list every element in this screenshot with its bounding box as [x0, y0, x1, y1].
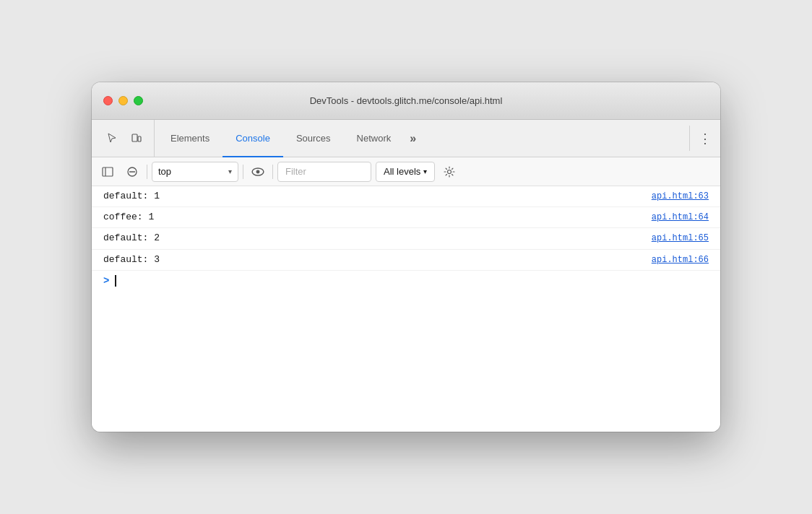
console-prompt[interactable]: >: [92, 271, 720, 291]
svg-point-8: [448, 170, 452, 173]
tab-sources[interactable]: Sources: [283, 120, 344, 157]
devtools-window: DevTools - devtools.glitch.me/console/ap…: [92, 82, 720, 432]
svg-rect-2: [103, 167, 113, 176]
prompt-chevron: >: [103, 275, 109, 287]
sidebar-toggle-button[interactable]: [98, 162, 118, 182]
gear-icon: [444, 166, 455, 178]
clear-icon: [126, 166, 138, 178]
close-button[interactable]: [103, 96, 113, 105]
window-controls: [103, 96, 143, 105]
sidebar-icon: [102, 166, 113, 178]
filter-input[interactable]: Filter: [277, 162, 371, 182]
titlebar: DevTools - devtools.glitch.me/console/ap…: [92, 82, 720, 120]
more-tabs-button[interactable]: »: [404, 120, 422, 157]
tab-elements[interactable]: Elements: [157, 120, 223, 157]
console-line: default: 2 api.html:65: [92, 228, 720, 249]
context-selector[interactable]: top ▾: [152, 162, 238, 182]
chevron-down-icon: ▾: [423, 167, 427, 175]
separator-3: [272, 165, 273, 179]
inspect-element-button[interactable]: [100, 127, 124, 150]
console-line: default: 3 api.html:66: [92, 250, 720, 271]
svg-point-7: [256, 170, 260, 173]
eye-icon: [251, 165, 264, 178]
log-levels-button[interactable]: All levels ▾: [376, 162, 435, 182]
clear-console-button[interactable]: [122, 162, 142, 182]
devtools-toolbar: Elements Console Sources Network » ⋮: [92, 120, 720, 157]
console-output: default: 1 api.html:63 coffee: 1 api.htm…: [92, 186, 720, 432]
cursor-icon: [106, 133, 118, 144]
svg-rect-0: [132, 134, 137, 141]
toolbar-separator: [689, 126, 690, 151]
live-expressions-button[interactable]: [248, 162, 268, 182]
maximize-button[interactable]: [134, 96, 143, 105]
toolbar-icons: [95, 120, 155, 157]
kebab-menu-button[interactable]: ⋮: [693, 120, 717, 157]
separator-2: [243, 165, 243, 179]
tab-network[interactable]: Network: [344, 120, 405, 157]
minimize-button[interactable]: [118, 96, 128, 105]
tab-list: Elements Console Sources Network »: [157, 120, 686, 157]
cursor: [115, 275, 116, 287]
separator-1: [147, 165, 147, 179]
window-title: DevTools - devtools.glitch.me/console/ap…: [310, 95, 503, 106]
console-line: default: 1 api.html:63: [92, 186, 720, 207]
chevron-down-icon: ▾: [228, 167, 232, 175]
device-icon: [131, 133, 142, 144]
console-settings-button[interactable]: [439, 162, 459, 182]
device-toolbar-button[interactable]: [125, 127, 148, 150]
console-toolbar: top ▾ Filter All levels ▾: [92, 157, 720, 186]
tab-console[interactable]: Console: [223, 120, 283, 157]
console-line: coffee: 1 api.html:64: [92, 207, 720, 228]
svg-rect-1: [138, 136, 141, 141]
